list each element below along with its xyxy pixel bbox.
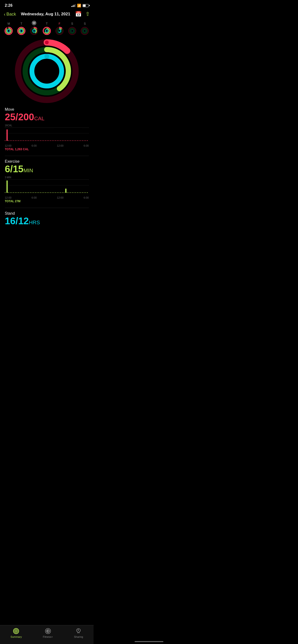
exercise-chart-y-label: 3 MIN — [5, 176, 11, 179]
svg-point-39 — [45, 40, 49, 44]
day-thursday-label: T — [46, 22, 48, 26]
status-icons: 📶 — [71, 4, 89, 8]
main-activity-ring: ↑ ↠ — [0, 36, 94, 104]
day-thursday[interactable]: T — [42, 22, 51, 36]
svg-text:↠: ↠ — [47, 58, 51, 62]
stand-current: 16 — [5, 216, 16, 226]
exercise-goal: 15 — [13, 164, 24, 174]
share-icon[interactable]: ⇧ — [85, 11, 90, 17]
calendar-icon[interactable]: 📅 — [75, 11, 82, 17]
nav-title: Wednesday, Aug 11, 2021 — [21, 12, 70, 16]
exercise-chart-total: TOTAL 27M — [5, 200, 89, 203]
day-friday-label: F — [59, 22, 60, 26]
move-unit: CAL — [34, 116, 44, 122]
day-saturday-ring — [68, 26, 77, 36]
move-chart-y-label: 16CAL — [5, 124, 12, 127]
back-label[interactable]: Back — [7, 12, 16, 17]
exercise-current: 6 — [5, 164, 10, 174]
exercise-unit: MIN — [24, 168, 33, 174]
exercise-chart-x-labels: 12:00 6:00 12:00 6:00 — [5, 196, 89, 200]
move-chart-x-labels: 12:00 6:00 12:00 6:00 — [5, 144, 89, 148]
move-label: Move — [5, 107, 89, 112]
day-saturday[interactable]: S — [68, 22, 77, 36]
chart-grid-top — [5, 128, 89, 128]
stats-section: Move 25/200CAL 16CAL 12:00 6:00 12:00 — [0, 104, 94, 232]
chevron-left-icon: ‹ — [4, 12, 6, 17]
exercise-value: 6/15MIN — [5, 164, 89, 174]
main-ring-svg: ↑ ↠ — [9, 36, 85, 104]
move-chart-total: TOTAL 1,263 CAL — [5, 148, 89, 151]
chart-grid-mid — [5, 133, 89, 134]
svg-text:↑: ↑ — [46, 65, 48, 71]
day-thursday-ring — [42, 26, 51, 36]
move-x-label-2: 6:00 — [32, 144, 37, 147]
divider-2 — [5, 208, 89, 208]
move-separator: / — [16, 112, 18, 122]
exercise-chart-dots — [5, 192, 89, 194]
move-goal: 200 — [18, 112, 34, 122]
status-time: 2:26 — [5, 3, 13, 8]
exercise-x-label-3: 12:00 — [57, 196, 64, 199]
stand-separator: / — [16, 216, 18, 226]
signal-bar-1 — [71, 6, 72, 7]
move-current: 25 — [5, 112, 16, 122]
battery-fill — [83, 4, 86, 7]
svg-point-5 — [8, 30, 10, 32]
day-tuesday-label: T — [21, 22, 22, 26]
day-monday[interactable]: M — [4, 22, 13, 36]
exercise-chart-grid-mid — [5, 185, 89, 186]
stand-label: Stand — [5, 211, 89, 216]
nav-bar: ‹ Back Wednesday, Aug 11, 2021 📅 ⇧ — [0, 9, 94, 19]
signal-bar-4 — [75, 4, 76, 7]
move-chart: 16CAL — [5, 124, 89, 143]
day-monday-ring — [4, 26, 13, 36]
signal-bar-3 — [74, 5, 74, 7]
move-block: Move 25/200CAL 16CAL 12:00 6:00 12:00 — [5, 107, 89, 151]
nav-actions: 📅 ⇧ — [75, 11, 90, 17]
move-x-label-3: 12:00 — [57, 144, 64, 147]
move-x-label-1: 12:00 — [5, 144, 12, 147]
wifi-icon: 📶 — [77, 4, 81, 8]
divider-1 — [5, 156, 89, 156]
exercise-x-label-1: 12:00 — [5, 196, 12, 199]
exercise-x-label-2: 6:00 — [32, 196, 37, 199]
move-chart-dots — [5, 140, 89, 142]
signal-bars-icon — [71, 4, 76, 7]
back-button[interactable]: ‹ Back — [4, 12, 16, 17]
week-strip: M T W — [0, 19, 94, 36]
stand-unit: HRS — [29, 220, 40, 226]
move-x-label-4: 6:00 — [84, 144, 89, 147]
day-tuesday-ring — [17, 26, 26, 36]
day-monday-label: M — [8, 22, 10, 26]
stand-value: 16/12HRS — [5, 216, 89, 226]
battery-icon — [83, 4, 89, 7]
status-bar: 2:26 📶 — [0, 0, 94, 9]
exercise-x-label-4: 6:00 — [84, 196, 89, 199]
day-sunday[interactable]: S — [80, 22, 89, 36]
day-friday[interactable]: F — [55, 22, 64, 36]
exercise-bar-1 — [7, 180, 8, 193]
exercise-chart: 3 MIN — [5, 176, 89, 195]
day-sunday-ring — [80, 26, 89, 36]
day-sunday-label: S — [84, 22, 86, 26]
exercise-label: Exercise — [5, 159, 89, 164]
day-wednesday-ring — [30, 26, 39, 36]
stand-block: Stand 16/12HRS — [5, 211, 89, 232]
stand-goal: 12 — [18, 216, 29, 226]
move-bar-1 — [7, 130, 8, 141]
svg-point-11 — [20, 30, 23, 32]
exercise-block: Exercise 6/15MIN 3 MIN 12:00 6:00 — [5, 159, 89, 203]
svg-point-17 — [33, 30, 36, 32]
svg-point-32 — [71, 30, 73, 32]
svg-point-23 — [45, 30, 48, 32]
svg-point-35 — [83, 30, 86, 32]
day-saturday-label: S — [71, 22, 73, 26]
day-wednesday[interactable]: W — [30, 20, 39, 36]
day-wednesday-label: W — [32, 20, 37, 26]
day-friday-ring — [55, 26, 64, 36]
day-tuesday[interactable]: T — [17, 22, 26, 36]
signal-bar-2 — [72, 6, 73, 7]
move-value: 25/200CAL — [5, 112, 89, 122]
exercise-separator: / — [10, 164, 13, 174]
exercise-chart-grid-top — [5, 180, 89, 180]
